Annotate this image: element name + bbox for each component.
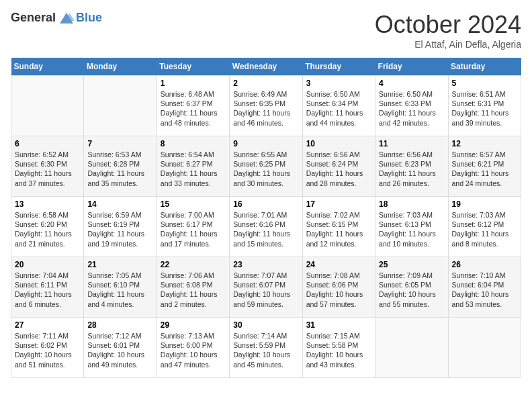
day-info: Sunrise: 6:56 AM Sunset: 6:23 PM Dayligh… bbox=[379, 150, 444, 188]
day-number: 31 bbox=[306, 320, 371, 330]
calendar-cell: 25Sunrise: 7:09 AM Sunset: 6:05 PM Dayli… bbox=[375, 257, 448, 318]
calendar-cell: 19Sunrise: 7:03 AM Sunset: 6:12 PM Dayli… bbox=[448, 197, 521, 257]
day-number: 13 bbox=[15, 199, 80, 209]
day-number: 6 bbox=[15, 139, 80, 148]
calendar-week-row: 13Sunrise: 6:58 AM Sunset: 6:20 PM Dayli… bbox=[11, 197, 521, 257]
day-number: 29 bbox=[161, 320, 226, 330]
day-number: 22 bbox=[161, 260, 226, 269]
day-info: Sunrise: 7:08 AM Sunset: 6:06 PM Dayligh… bbox=[306, 271, 371, 309]
calendar-cell bbox=[375, 318, 448, 378]
day-number: 12 bbox=[452, 139, 517, 148]
day-number: 8 bbox=[161, 139, 226, 148]
calendar-cell: 28Sunrise: 7:12 AM Sunset: 6:01 PM Dayli… bbox=[84, 318, 157, 378]
calendar-cell: 23Sunrise: 7:07 AM Sunset: 6:07 PM Dayli… bbox=[230, 257, 302, 318]
calendar-week-row: 6Sunrise: 6:52 AM Sunset: 6:30 PM Daylig… bbox=[11, 136, 521, 197]
calendar-week-row: 20Sunrise: 7:04 AM Sunset: 6:11 PM Dayli… bbox=[11, 257, 521, 318]
calendar-cell: 14Sunrise: 6:59 AM Sunset: 6:19 PM Dayli… bbox=[84, 197, 157, 257]
day-info: Sunrise: 7:13 AM Sunset: 6:00 PM Dayligh… bbox=[161, 331, 226, 369]
calendar-week-row: 27Sunrise: 7:11 AM Sunset: 6:02 PM Dayli… bbox=[11, 318, 521, 378]
day-number: 7 bbox=[87, 139, 152, 148]
day-number: 21 bbox=[87, 260, 152, 269]
logo-blue: Blue bbox=[76, 11, 102, 25]
day-number: 26 bbox=[452, 260, 517, 269]
month-title: October 2024 bbox=[375, 11, 521, 39]
calendar-cell: 2Sunrise: 6:49 AM Sunset: 6:35 PM Daylig… bbox=[230, 76, 302, 136]
day-number: 5 bbox=[452, 79, 517, 88]
day-info: Sunrise: 7:02 AM Sunset: 6:15 PM Dayligh… bbox=[306, 210, 371, 248]
calendar-cell: 11Sunrise: 6:56 AM Sunset: 6:23 PM Dayli… bbox=[375, 136, 448, 197]
weekday-header-friday: Friday bbox=[375, 58, 448, 76]
day-info: Sunrise: 6:56 AM Sunset: 6:24 PM Dayligh… bbox=[306, 150, 371, 188]
calendar-cell: 30Sunrise: 7:14 AM Sunset: 5:59 PM Dayli… bbox=[230, 318, 302, 378]
calendar-table: SundayMondayTuesdayWednesdayThursdayFrid… bbox=[11, 58, 521, 378]
calendar-cell: 15Sunrise: 7:00 AM Sunset: 6:17 PM Dayli… bbox=[157, 197, 229, 257]
calendar-cell: 20Sunrise: 7:04 AM Sunset: 6:11 PM Dayli… bbox=[11, 257, 84, 318]
page-header: General Blue October 2024 El Attaf, Ain … bbox=[11, 11, 521, 50]
day-info: Sunrise: 7:01 AM Sunset: 6:16 PM Dayligh… bbox=[233, 210, 298, 248]
calendar-cell: 16Sunrise: 7:01 AM Sunset: 6:16 PM Dayli… bbox=[230, 197, 302, 257]
calendar-cell: 13Sunrise: 6:58 AM Sunset: 6:20 PM Dayli… bbox=[11, 197, 84, 257]
day-number: 14 bbox=[87, 199, 152, 209]
day-info: Sunrise: 6:51 AM Sunset: 6:31 PM Dayligh… bbox=[452, 89, 517, 128]
day-number: 1 bbox=[161, 79, 226, 88]
day-info: Sunrise: 7:10 AM Sunset: 6:04 PM Dayligh… bbox=[452, 271, 517, 309]
day-number: 10 bbox=[306, 139, 371, 148]
day-info: Sunrise: 6:50 AM Sunset: 6:33 PM Dayligh… bbox=[379, 89, 444, 128]
day-info: Sunrise: 7:14 AM Sunset: 5:59 PM Dayligh… bbox=[233, 331, 298, 369]
day-info: Sunrise: 7:07 AM Sunset: 6:07 PM Dayligh… bbox=[233, 271, 298, 309]
calendar-cell: 4Sunrise: 6:50 AM Sunset: 6:33 PM Daylig… bbox=[375, 76, 448, 136]
weekday-header-sunday: Sunday bbox=[11, 58, 84, 76]
weekday-header-tuesday: Tuesday bbox=[157, 58, 229, 76]
day-number: 3 bbox=[306, 79, 371, 88]
weekday-header-wednesday: Wednesday bbox=[230, 58, 302, 76]
calendar-cell: 9Sunrise: 6:55 AM Sunset: 6:25 PM Daylig… bbox=[230, 136, 302, 197]
day-info: Sunrise: 6:58 AM Sunset: 6:20 PM Dayligh… bbox=[15, 210, 80, 248]
day-info: Sunrise: 7:09 AM Sunset: 6:05 PM Dayligh… bbox=[379, 271, 444, 309]
day-info: Sunrise: 6:53 AM Sunset: 6:28 PM Dayligh… bbox=[87, 150, 152, 188]
day-info: Sunrise: 6:57 AM Sunset: 6:21 PM Dayligh… bbox=[452, 150, 517, 188]
calendar-cell: 22Sunrise: 7:06 AM Sunset: 6:08 PM Dayli… bbox=[157, 257, 229, 318]
weekday-header-row: SundayMondayTuesdayWednesdayThursdayFrid… bbox=[11, 58, 521, 76]
day-number: 25 bbox=[379, 260, 444, 269]
day-info: Sunrise: 6:48 AM Sunset: 6:37 PM Dayligh… bbox=[161, 89, 226, 128]
calendar-cell: 29Sunrise: 7:13 AM Sunset: 6:00 PM Dayli… bbox=[157, 318, 229, 378]
weekday-header-saturday: Saturday bbox=[448, 58, 521, 76]
location-subtitle: El Attaf, Ain Defla, Algeria bbox=[375, 39, 521, 50]
calendar-cell bbox=[448, 318, 521, 378]
calendar-cell: 18Sunrise: 7:03 AM Sunset: 6:13 PM Dayli… bbox=[375, 197, 448, 257]
day-info: Sunrise: 7:11 AM Sunset: 6:02 PM Dayligh… bbox=[15, 331, 80, 369]
calendar-cell bbox=[11, 76, 84, 136]
day-info: Sunrise: 7:03 AM Sunset: 6:12 PM Dayligh… bbox=[452, 210, 517, 248]
calendar-cell: 26Sunrise: 7:10 AM Sunset: 6:04 PM Dayli… bbox=[448, 257, 521, 318]
calendar-cell: 7Sunrise: 6:53 AM Sunset: 6:28 PM Daylig… bbox=[84, 136, 157, 197]
day-info: Sunrise: 7:15 AM Sunset: 5:58 PM Dayligh… bbox=[306, 331, 371, 369]
calendar-cell: 1Sunrise: 6:48 AM Sunset: 6:37 PM Daylig… bbox=[157, 76, 229, 136]
logo-general: General bbox=[11, 11, 56, 25]
day-info: Sunrise: 6:52 AM Sunset: 6:30 PM Dayligh… bbox=[15, 150, 80, 188]
calendar-cell: 8Sunrise: 6:54 AM Sunset: 6:27 PM Daylig… bbox=[157, 136, 229, 197]
calendar-cell bbox=[84, 76, 157, 136]
day-info: Sunrise: 7:06 AM Sunset: 6:08 PM Dayligh… bbox=[161, 271, 226, 309]
day-number: 30 bbox=[233, 320, 298, 330]
day-info: Sunrise: 7:12 AM Sunset: 6:01 PM Dayligh… bbox=[87, 331, 152, 369]
day-info: Sunrise: 6:59 AM Sunset: 6:19 PM Dayligh… bbox=[87, 210, 152, 248]
calendar-cell: 6Sunrise: 6:52 AM Sunset: 6:30 PM Daylig… bbox=[11, 136, 84, 197]
day-number: 18 bbox=[379, 199, 444, 209]
day-number: 15 bbox=[161, 199, 226, 209]
day-info: Sunrise: 7:05 AM Sunset: 6:10 PM Dayligh… bbox=[87, 271, 152, 309]
day-info: Sunrise: 7:03 AM Sunset: 6:13 PM Dayligh… bbox=[379, 210, 444, 248]
day-info: Sunrise: 6:50 AM Sunset: 6:34 PM Dayligh… bbox=[306, 89, 371, 128]
calendar-cell: 10Sunrise: 6:56 AM Sunset: 6:24 PM Dayli… bbox=[302, 136, 375, 197]
day-number: 11 bbox=[379, 139, 444, 148]
weekday-header-monday: Monday bbox=[84, 58, 157, 76]
calendar-cell: 12Sunrise: 6:57 AM Sunset: 6:21 PM Dayli… bbox=[448, 136, 521, 197]
day-info: Sunrise: 6:54 AM Sunset: 6:27 PM Dayligh… bbox=[161, 150, 226, 188]
calendar-cell: 31Sunrise: 7:15 AM Sunset: 5:58 PM Dayli… bbox=[302, 318, 375, 378]
day-number: 19 bbox=[452, 199, 517, 209]
logo-icon bbox=[58, 11, 75, 25]
calendar-cell: 17Sunrise: 7:02 AM Sunset: 6:15 PM Dayli… bbox=[302, 197, 375, 257]
weekday-header-thursday: Thursday bbox=[302, 58, 375, 76]
day-number: 23 bbox=[233, 260, 298, 269]
day-info: Sunrise: 6:49 AM Sunset: 6:35 PM Dayligh… bbox=[233, 89, 298, 128]
calendar-cell: 5Sunrise: 6:51 AM Sunset: 6:31 PM Daylig… bbox=[448, 76, 521, 136]
